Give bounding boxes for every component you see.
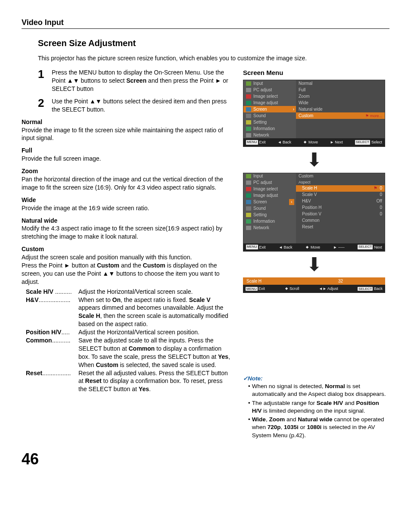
label: Input (253, 173, 263, 179)
text: Reset (85, 377, 102, 384)
label: Setting (253, 212, 267, 218)
foot-move: ⯁ Move (305, 245, 320, 250)
def-term: Common (26, 337, 52, 344)
label: Aspect (299, 180, 311, 185)
mode-zoom: Zoom Pan the horizontal direction of the… (22, 167, 231, 192)
label: Screen (253, 199, 267, 205)
text: is limited depending on the input signal… (262, 408, 365, 414)
value: 0 (380, 211, 382, 217)
label: Wide (299, 100, 308, 106)
label: Scale H (302, 185, 317, 191)
bullet-icon: • (248, 416, 250, 439)
arrow-down-icon: ⬇ (243, 150, 385, 169)
text: and (343, 400, 356, 406)
step-text: Press the MENU button to display the On-… (52, 68, 231, 93)
osd-item-setting: Setting (243, 119, 296, 125)
label: PC adjust (253, 87, 272, 93)
flag-icon: ⚑ (374, 186, 377, 190)
dots: ..... (61, 329, 69, 336)
def-desc: Reset the all adjusted values. Press the… (78, 369, 231, 394)
osd-item-network: Network (243, 225, 296, 231)
text: Zoom (269, 416, 285, 423)
label: Information (253, 218, 275, 224)
image-select-icon (246, 94, 251, 99)
label: Image adjust (253, 100, 278, 106)
foot-exit: MENU Exit (246, 245, 266, 250)
text: When set to (78, 296, 112, 303)
osd-footer: MENU Exit ◄ Back ⯁ Move ► Next SELECT Se… (243, 138, 385, 146)
def-term: H&V (26, 296, 39, 303)
network-icon (246, 226, 251, 230)
def-desc: Adjust the Horizontal/Vertical screen sc… (78, 288, 193, 296)
label: H&V (302, 198, 311, 204)
def-desc: When set to On, the aspect ratio is fixe… (78, 296, 231, 329)
label: Sound (253, 113, 266, 119)
mode-title: Custom (22, 245, 231, 253)
label: Network (253, 132, 269, 138)
page-title: Screen Size Adjustment (38, 37, 389, 49)
text: On (112, 296, 121, 303)
foot-back: ◄ Back (278, 140, 291, 145)
foot-next: ► ----- (333, 245, 344, 250)
osd-item-network: Network (243, 132, 296, 138)
sound-icon (246, 206, 251, 211)
label: Exit (259, 245, 266, 250)
osd-option-custom: Custom⚑ more... (296, 112, 385, 119)
osd-item-pc-adjust: PC adjust (243, 180, 296, 186)
text: Custom (96, 361, 118, 368)
value: 0 (380, 192, 382, 198)
osd-aspect-row: Aspect (296, 180, 385, 185)
osd-header-custom: Custom (296, 173, 385, 180)
dots: ................. (42, 370, 71, 376)
more-icon: ⚑ more... (365, 113, 382, 118)
def-hv: H&V................... When set to On, t… (26, 296, 231, 329)
note-text: When no signal is detected, Normal is se… (252, 383, 389, 398)
label: Sound (253, 205, 266, 212)
def-position: Position H/V..... Adjust the Horizontal/… (26, 328, 231, 336)
text: Scale V (189, 296, 211, 303)
text: and (285, 416, 298, 423)
note-block: ✓Note: • When no signal is detected, Nor… (243, 375, 389, 439)
def-desc: Save the adjusted scale to all the input… (78, 336, 231, 369)
text: Custom (97, 262, 119, 269)
menu-badge: MENU (246, 287, 258, 291)
mode-desc: Provide the image to fit the screen size… (22, 126, 231, 143)
step-text: Use the Point ▲▼ buttons select the desi… (52, 97, 231, 114)
arrow-down-icon: ⬇ (243, 255, 385, 274)
osd-row-position-v: Position V0 (296, 211, 385, 218)
bullet-icon: • (248, 399, 250, 415)
osd-footer: MENU Exit ◄ Back ⯁ Move ► ----- SELECT N… (243, 243, 385, 251)
text: , then the screen scale is automatically… (78, 312, 228, 327)
select-badge: SELECT (358, 287, 373, 291)
text: . (149, 386, 151, 392)
label: Scale V (302, 192, 317, 198)
label: Position V (302, 211, 321, 217)
input-icon (246, 174, 251, 178)
osd-item-information: Information (243, 125, 296, 132)
osd-row-position-h: Position H0 (296, 205, 385, 211)
page-number: 46 (22, 449, 389, 470)
mode-title: Wide (22, 196, 231, 204)
label: Common (302, 218, 320, 224)
mode-desc: Pan the horizontal direction of the imag… (22, 175, 231, 192)
text: 720p (268, 424, 281, 430)
foot-adjust: ◄► Adjust (319, 286, 338, 292)
label: Network (253, 225, 269, 231)
text: When no signal is detected, (252, 383, 325, 389)
value: Off (377, 198, 382, 204)
text: 1080i (307, 424, 321, 430)
foot-select: SELECT Next (358, 245, 382, 250)
screen-icon (246, 200, 251, 204)
def-reset: Reset................. Reset the all adj… (26, 369, 231, 394)
label: Screen (253, 106, 267, 112)
text: Press the Point ► button at (22, 262, 97, 269)
def-desc: Adjust the Horizontal/Vertical screen po… (78, 328, 199, 336)
osd-item-screen: Screen› (243, 106, 296, 112)
osd-right-menu: Custom Aspect Scale H⚑ 0 Scale V0 H&VOff… (296, 173, 385, 243)
def-common: Common........... Save the adjusted scal… (26, 336, 231, 369)
text: , (281, 424, 284, 430)
mode-wide: Wide Provide the image at the 16:9 wide … (22, 196, 231, 212)
note-item-2: • The adjustable range for Scale H/V and… (248, 399, 389, 415)
label: Full (299, 87, 305, 93)
section-header: Video Input (22, 17, 389, 29)
